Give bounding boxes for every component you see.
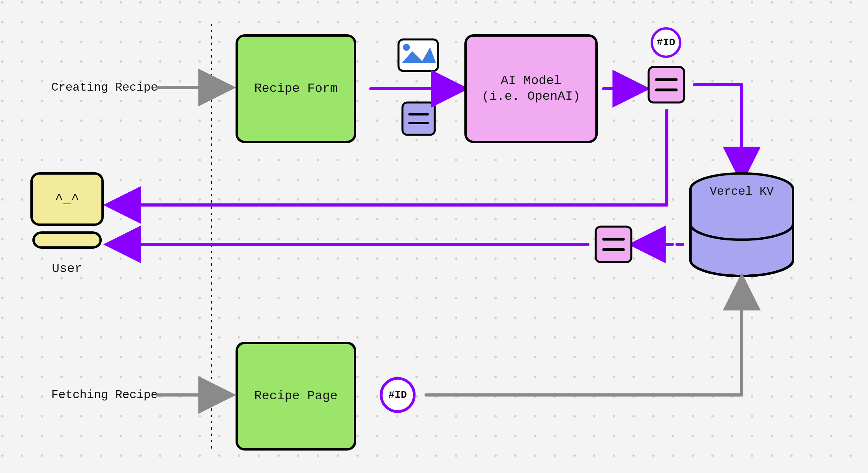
id-badge-top: #ID [652, 28, 680, 57]
ai-model-label-2: (i.e. OpenAI) [482, 89, 580, 104]
doc-pink-mid-icon [596, 227, 631, 262]
creating-recipe-label: Creating Recipe [51, 81, 158, 94]
recipe-page-label: Recipe Page [254, 389, 337, 403]
svg-text:#ID: #ID [389, 389, 407, 401]
recipe-page-box: Recipe Page [237, 343, 355, 449]
svg-point-6 [403, 44, 410, 51]
svg-rect-10 [466, 35, 597, 142]
id-badge-bottom: #ID [381, 378, 414, 412]
doc-lavender-icon [402, 102, 435, 135]
svg-rect-2 [34, 233, 101, 248]
recipe-form-box: Recipe Form [237, 35, 355, 142]
user-label: User [52, 261, 82, 276]
fetching-recipe-label: Fetching Recipe [51, 388, 158, 402]
svg-rect-13 [649, 67, 684, 102]
vercel-kv-label: Vercel KV [710, 185, 774, 198]
ai-model-box: AI Model (i.e. OpenAI) [466, 35, 597, 142]
image-icon [398, 39, 438, 71]
svg-text:^_^: ^_^ [55, 192, 79, 207]
ai-model-label-1: AI Model [501, 73, 561, 88]
svg-rect-7 [402, 102, 435, 135]
svg-text:#ID: #ID [657, 37, 675, 48]
vercel-kv-db: Vercel KV [690, 173, 793, 276]
recipe-form-label: Recipe Form [254, 81, 337, 96]
architecture-diagram: ^_^ User Creating Recipe Fetching Recipe… [0, 0, 868, 473]
svg-rect-17 [596, 227, 631, 262]
doc-pink-top-icon [649, 67, 684, 102]
